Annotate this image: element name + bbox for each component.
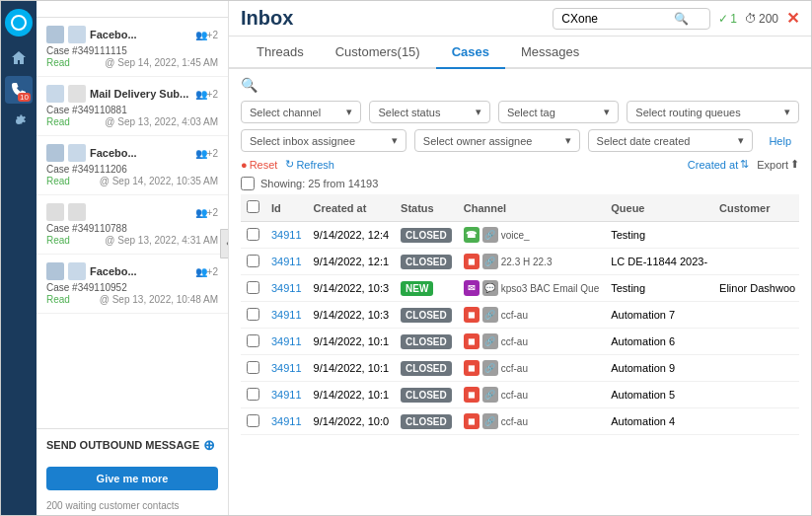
row-select[interactable] [247,228,259,241]
action-left: ● Reset ↻ Refresh [241,158,334,171]
row-created: 9/14/2022, 12:4 [308,222,395,249]
routing-queue-select[interactable]: Select routing queues ▾ [627,101,799,123]
row-select[interactable] [247,255,259,267]
list-item[interactable]: Facebo... 👥+2 Case #349110952 Read @ Sep… [37,255,228,314]
row-id: 34911 [265,329,308,355]
row-created: 9/14/2022, 10:3 [308,302,395,329]
table-row[interactable]: 34911 9/14/2022, 10:1 CLOSED ◼ 🔗 ccf-au … [241,355,799,382]
row-checkbox [241,408,265,435]
left-panel: Facebo... 👥+2 Case #349111115 Read @ Sep… [37,1,229,515]
row-status: CLOSED [395,329,458,355]
sidebar-icon-phone[interactable]: 10 [5,76,33,104]
row-channel: ◼ 🔗 22.3 H 22.3 [458,249,606,275]
row-queue: Automation 6 [605,329,713,355]
avatar [68,26,86,43]
col-customer: Customer [713,194,799,222]
contact-time: @ Sep 13, 2022, 4:03 AM [105,116,218,127]
tab-messages[interactable]: Messages [505,37,595,69]
channel-icon-secondary: 🔗 [482,254,498,269]
list-item[interactable]: 👥+2 Case #349110788 Read @ Sep 13, 2022,… [37,195,228,255]
refresh-button[interactable]: ↻ Refresh [285,158,334,171]
row-select[interactable] [247,281,259,294]
channel-icon-primary: ◼ [464,307,480,323]
clock-icon: ⏱ [745,12,757,26]
collapse-button[interactable]: ‹ [220,229,229,258]
row-status: CLOSED [395,302,458,329]
inbox-assignee-select[interactable]: Select inbox assignee ▾ [241,129,406,152]
row-customer [713,329,799,355]
table-row[interactable]: 34911 9/14/2022, 12:4 CLOSED ☎ 🔗 voice_ … [241,222,799,249]
row-created: 9/14/2022, 10:0 [308,408,395,435]
list-item[interactable]: Facebo... 👥+2 Case #349111206 Read @ Sep… [37,136,228,195]
table-row[interactable]: 34911 9/14/2022, 10:3 CLOSED ◼ 🔗 ccf-au … [241,302,799,329]
contact-users: 👥+2 [195,266,218,277]
contact-name: Facebo... [90,29,191,40]
avatar [46,144,64,162]
select-all-checkbox[interactable] [241,177,255,190]
col-id: Id [265,194,308,222]
plus-icon[interactable]: ⊕ [203,437,215,453]
search-input[interactable] [561,12,670,26]
row-queue: Testing [605,275,713,302]
tab-customers[interactable]: Customers(15) [320,37,436,69]
cases-table: Id Created at Status Channel Queue Custo… [241,194,799,507]
owner-assignee-select[interactable]: Select owner assignee ▾ [414,129,580,152]
cases-search-icon[interactable]: 🔍 [241,77,258,93]
contact-users: 👥+2 [195,30,218,40]
table-row[interactable]: 34911 9/14/2022, 10:1 CLOSED ◼ 🔗 ccf-au … [241,382,799,408]
row-channel: ◼ 🔗 ccf-au [458,408,606,435]
help-text[interactable]: Help [761,131,799,151]
channel-icon-primary: ◼ [464,387,480,403]
avatar [46,26,64,43]
channel-select[interactable]: Select channel ▾ [241,101,361,123]
sidebar-icon-settings[interactable] [5,108,33,135]
channel-icon-secondary: 💬 [482,280,498,296]
contact-status: Read [46,294,70,305]
row-select[interactable] [247,388,259,401]
sidebar-icon-home[interactable] [5,44,33,72]
close-button[interactable]: ✕ [786,9,799,28]
col-channel: Channel [458,194,606,222]
sort-icon: ⇅ [740,158,749,171]
avatar [46,203,64,221]
row-id: 34911 [265,249,308,275]
created-at-link[interactable]: Created at ⇅ [688,158,749,171]
row-checkbox [241,275,265,302]
channel-text: ccf-au [501,390,528,401]
col-created-at[interactable]: Created at [308,194,395,222]
tab-cases[interactable]: Cases [436,37,505,69]
export-button[interactable]: Export ⬆ [757,158,799,171]
table-row[interactable]: 34911 9/14/2022, 10:1 CLOSED ◼ 🔗 ccf-au … [241,329,799,355]
table-row[interactable]: 34911 9/14/2022, 12:1 CLOSED ◼ 🔗 22.3 H … [241,249,799,275]
list-item[interactable]: Mail Delivery Sub... 👥+2 Case #349110881… [37,77,228,136]
search-row: 🔍 [241,77,799,93]
row-select[interactable] [247,414,259,427]
row-select[interactable] [247,361,259,374]
waiting-contacts: 200 waiting customer contacts [37,496,228,515]
contact-case: Case #349111115 [46,45,218,56]
list-item[interactable]: Facebo... 👥+2 Case #349111115 Read @ Sep… [37,18,228,77]
date-created-select[interactable]: Select date created ▾ [588,129,754,152]
channel-label: Select channel [250,107,321,118]
row-customer [713,222,799,249]
row-select[interactable] [247,334,259,347]
row-id: 34911 [265,382,308,408]
row-id: 34911 [265,222,308,249]
give-more-button[interactable]: Give me more [46,467,218,490]
header-checkbox[interactable] [247,200,259,213]
tag-select[interactable]: Select tag ▾ [498,101,619,123]
table-row[interactable]: 34911 9/14/2022, 10:3 NEW ✉ 💬 kpso3 BAC … [241,275,799,302]
table-row[interactable]: 34911 9/14/2022, 10:0 CLOSED ◼ 🔗 ccf-au … [241,408,799,435]
channel-text: ccf-au [501,336,528,347]
status-select[interactable]: Select status ▾ [369,101,489,123]
row-select[interactable] [247,308,259,321]
reset-button[interactable]: ● Reset [241,159,277,171]
owner-assignee-label: Select owner assignee [423,135,533,147]
contact-case: Case #349111206 [46,164,218,175]
contact-status: Read [46,116,70,127]
export-label: Export [757,159,788,171]
tab-threads[interactable]: Threads [241,37,320,69]
row-created: 9/14/2022, 10:1 [308,382,395,408]
search-icon[interactable]: 🔍 [674,12,689,26]
row-channel: ◼ 🔗 ccf-au [458,382,606,408]
